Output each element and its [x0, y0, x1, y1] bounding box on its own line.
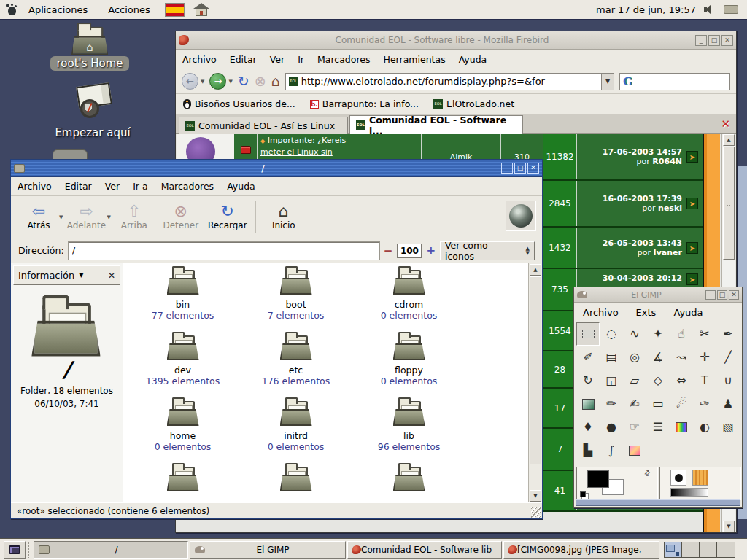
gimp-tool-levels[interactable]: ▙: [576, 439, 600, 462]
gimp-menu-item[interactable]: Archivo: [574, 307, 627, 318]
gimp-tool-dodge-burn[interactable]: ☞: [623, 416, 646, 439]
gimp-tool-bucket-fill[interactable]: ∪: [716, 369, 740, 392]
folder-item-lib[interactable]: lib 96 elementos: [352, 397, 465, 463]
back-button[interactable]: ⇦Atrás: [15, 198, 62, 236]
gimp-tool-move[interactable]: ✛: [693, 346, 716, 369]
nautilus-menu-item[interactable]: Ir a: [126, 181, 154, 192]
view-mode-select[interactable]: Ver como iconos ▲▼: [440, 241, 535, 260]
bookmark-bisonos[interactable]: Bisoños Usuarios de...: [183, 98, 295, 109]
goto-lastpost-icon[interactable]: ➤: [686, 273, 698, 285]
pattern-swatch[interactable]: [692, 470, 708, 486]
gnome-foot-icon[interactable]: [6, 4, 18, 16]
gimp-tool-layers[interactable]: ☰: [646, 416, 670, 439]
foreground-color-swatch[interactable]: [587, 470, 609, 488]
scroll-up-icon[interactable]: ▲: [530, 264, 541, 276]
firebird-menu-item[interactable]: Ver: [263, 54, 291, 65]
back-dropdown-icon[interactable]: ▼: [201, 79, 204, 85]
desktop-icon-root-home[interactable]: ⌂ root's Home: [35, 25, 144, 71]
gimp-tool-paintbrush[interactable]: ✍: [623, 392, 646, 416]
sidebar-close-icon[interactable]: ✕: [108, 271, 115, 281]
folder-item-bin[interactable]: bin 77 elementos: [126, 266, 239, 332]
tab-comunidad-software-libre[interactable]: EOL Comunidad EOL - Software l...: [349, 115, 523, 134]
gimp-tool-rotate[interactable]: ↻: [576, 369, 600, 392]
panel-home-icon[interactable]: [193, 3, 209, 16]
gimp-tool-fuzzy-select[interactable]: ✦: [646, 322, 670, 346]
folder-item[interactable]: [239, 463, 352, 494]
maximize-button[interactable]: □: [514, 163, 526, 174]
tab-comunidad-asi-es-linux[interactable]: EOL Comunidad EOL - Así Es Linux: [179, 117, 348, 134]
firebird-menu-item[interactable]: Archivo: [176, 54, 223, 65]
gimp-tool-color-picker[interactable]: ✐: [576, 346, 600, 369]
resize-grip[interactable]: [531, 508, 541, 518]
bookmark-elotrolado[interactable]: EOLElOtroLado.net: [433, 98, 514, 109]
gimp-tool-crop[interactable]: ╱: [716, 346, 740, 369]
folder-item-cdrom[interactable]: cdrom 0 elementos: [352, 266, 465, 332]
gimp-tool-curves-hand[interactable]: ▧: [716, 416, 740, 439]
gimp-tool-measure[interactable]: ∡: [646, 346, 670, 369]
menu-aplicaciones[interactable]: Aplicaciones: [18, 0, 98, 19]
gimp-tool-scale[interactable]: ◱: [600, 369, 623, 392]
maximize-button[interactable]: □: [708, 35, 720, 46]
gimp-titlebar[interactable]: El GIMP _ □ ✕: [574, 287, 742, 303]
gimp-tool-color-adjust[interactable]: [670, 416, 693, 439]
taskbar-item-gimp[interactable]: El GIMP: [190, 541, 346, 559]
taskbar-item-root[interactable]: /: [34, 541, 188, 559]
firebird-titlebar[interactable]: Comunidad EOL - Software libre - Mozilla…: [176, 31, 736, 50]
forward-button[interactable]: →: [209, 73, 226, 90]
gimp-tool-clone[interactable]: ♟: [716, 392, 740, 416]
gimp-tool-airbrush[interactable]: ☄: [670, 392, 693, 416]
url-input[interactable]: [301, 76, 601, 87]
gimp-tool-histogram[interactable]: ▤: [600, 346, 623, 369]
workspace-4[interactable]: [717, 542, 735, 557]
forward-button[interactable]: ⇨Adelante: [63, 198, 109, 236]
gimp-tool-curves[interactable]: ∫: [600, 439, 623, 462]
menu-acciones[interactable]: Acciones: [98, 0, 160, 19]
home-icon[interactable]: ⌂: [271, 74, 280, 88]
stop-button[interactable]: ⊗Detener: [158, 198, 204, 236]
folder-item-floppy[interactable]: floppy 0 elementos: [352, 332, 465, 397]
scroll-down-icon[interactable]: ▼: [723, 521, 735, 532]
trash-icon-partial[interactable]: [53, 149, 88, 160]
zoom-out-icon[interactable]: −: [384, 244, 393, 257]
folder-item[interactable]: [126, 463, 239, 494]
up-button[interactable]: ⇧Arriba: [111, 198, 158, 236]
home-button[interactable]: ⌂Inicio: [260, 198, 307, 236]
desktop-launcher-button[interactable]: [4, 541, 26, 559]
scroll-down-icon[interactable]: ▼: [530, 490, 541, 502]
lastpost-user[interactable]: R064N: [652, 157, 682, 166]
panel-tray-icon[interactable]: [724, 5, 738, 14]
nautilus-menu-item[interactable]: Ver: [98, 181, 126, 192]
firebird-menu-item[interactable]: Ayuda: [452, 54, 494, 65]
scrollbar-thumb[interactable]: [723, 147, 735, 260]
minimize-button[interactable]: _: [695, 35, 707, 46]
maximize-button[interactable]: □: [717, 290, 727, 300]
minimize-button[interactable]: _: [501, 163, 513, 174]
close-button[interactable]: ✕: [527, 163, 539, 174]
goto-lastpost-icon[interactable]: ➤: [686, 151, 698, 163]
workspace-3[interactable]: [700, 542, 717, 557]
folder-item-initrd[interactable]: initrd 0 elementos: [239, 397, 352, 463]
thread-link[interactable]: ¿Kereis: [317, 136, 346, 145]
goto-lastpost-icon[interactable]: ➤: [686, 198, 698, 209]
gradient-swatch[interactable]: [670, 488, 708, 497]
gimp-tool-magnify[interactable]: ◎: [623, 346, 646, 369]
scroll-up-icon[interactable]: ▲: [723, 134, 735, 146]
gimp-tool-flip[interactable]: ⇔: [670, 369, 693, 392]
gimp-tool-gradient-map[interactable]: [623, 439, 646, 462]
gimp-menu-item[interactable]: Ayuda: [665, 307, 711, 318]
gimp-tool-edit-path[interactable]: ↝: [670, 346, 693, 369]
minimize-button[interactable]: _: [705, 290, 716, 300]
gimp-tool-text[interactable]: T: [693, 369, 716, 392]
swap-colors-icon[interactable]: ⇄: [642, 468, 652, 478]
workspace-2[interactable]: [682, 542, 700, 557]
clock-applet[interactable]: mar 17 de jun, 19:57: [593, 4, 699, 15]
nautilus-menu-item[interactable]: Ayuda: [220, 181, 262, 192]
reload-button[interactable]: ↻Recargar: [204, 198, 251, 236]
address-input[interactable]: [69, 242, 379, 260]
sidebar-header[interactable]: Información▼ ✕: [13, 265, 120, 285]
close-tab-icon[interactable]: ✕: [721, 117, 730, 131]
forward-dropdown-icon[interactable]: ▼: [228, 79, 232, 85]
gimp-tool-blend[interactable]: [576, 392, 600, 416]
close-button[interactable]: ✕: [729, 290, 739, 300]
gimp-tool-path[interactable]: ✒: [716, 322, 740, 346]
